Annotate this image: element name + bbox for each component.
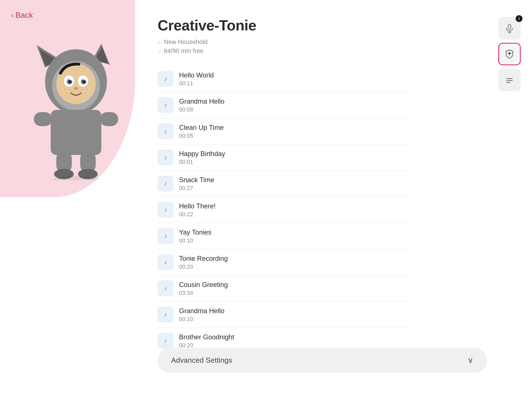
chevron-down-icon: ∨: [468, 356, 473, 365]
time-row: ○ 84/90 min free: [158, 47, 487, 55]
household-label: New Household: [164, 38, 207, 46]
music-note-icon: ♪: [164, 128, 167, 135]
list-button[interactable]: [498, 69, 521, 91]
track-item[interactable]: ♪ Snack Time 00:27: [158, 171, 411, 197]
mic-icon: [504, 23, 515, 33]
mic-button[interactable]: i: [498, 17, 521, 39]
advanced-settings[interactable]: Advanced Settings ∨: [158, 348, 487, 373]
music-note-icon: ♪: [164, 206, 167, 213]
track-thumbnail: ♪: [158, 176, 173, 191]
track-name: Hello There!: [179, 202, 216, 210]
track-item[interactable]: ♪ Tonie Recording 00:20: [158, 249, 411, 275]
track-info: Snack Time 00:27: [179, 176, 214, 191]
mic-badge: i: [516, 15, 522, 22]
track-item[interactable]: ♪ Clean Up Time 00:05: [158, 118, 411, 144]
meta-info: ⌂ New Household ○ 84/90 min free: [158, 38, 487, 55]
track-thumbnail: ♪: [158, 280, 173, 296]
track-item[interactable]: ♪ Hello World 00:11: [158, 66, 411, 92]
svg-rect-24: [508, 24, 511, 29]
chevron-left-icon: ‹: [11, 11, 14, 20]
track-duration: 00:05: [179, 133, 224, 139]
track-thumbnail: ♪: [158, 71, 173, 87]
track-name: Hello World: [179, 71, 214, 79]
svg-point-14: [82, 80, 86, 83]
track-duration: 00:01: [179, 159, 225, 165]
track-info: Yay Tonies 00:10: [179, 228, 211, 244]
household-row: ⌂ New Household: [158, 38, 487, 46]
music-note-icon: ♪: [164, 154, 167, 161]
upload-icon: [504, 49, 515, 59]
tonie-figure: [23, 23, 129, 180]
track-info: Tonie Recording 00:20: [179, 255, 228, 270]
track-name: Happy Birthday: [179, 150, 225, 158]
track-name: Brother Goodnight: [179, 333, 234, 341]
track-name: Tonie Recording: [179, 255, 228, 262]
svg-point-13: [68, 80, 71, 83]
track-list: ♪ Hello World 00:11 ♪ Grandma Hello 00:0…: [158, 66, 411, 354]
list-icon: [504, 75, 515, 85]
track-duration: 00:20: [179, 264, 228, 270]
music-note-icon: ♪: [164, 180, 167, 187]
track-duration: 00:08: [179, 106, 224, 113]
track-name: Clean Up Time: [179, 124, 224, 132]
music-note-icon: ♪: [164, 259, 167, 266]
main-content: Creative-Tonie ⌂ New Household ○ 84/90 m…: [158, 17, 487, 354]
track-info: Hello World 00:11: [179, 71, 214, 87]
track-duration: 03:34: [179, 290, 228, 296]
track-name: Snack Time: [179, 176, 214, 184]
track-info: Clean Up Time 00:05: [179, 124, 224, 139]
track-info: Grandma Hello 00:08: [179, 97, 224, 113]
track-thumbnail: ♪: [158, 202, 173, 218]
music-note-icon: ♪: [164, 285, 167, 292]
tonie-character: [28, 34, 124, 180]
track-info: Hello There! 00:22: [179, 202, 216, 218]
track-name: Yay Tonies: [179, 228, 211, 236]
track-name: Cousin Greeting: [179, 281, 228, 289]
track-thumbnail: ♪: [158, 254, 173, 270]
track-duration: 00:22: [179, 211, 216, 218]
music-note-icon: ♪: [164, 101, 167, 109]
track-info: Brother Goodnight 00:20: [179, 333, 234, 349]
track-duration: 00:11: [179, 80, 214, 87]
track-duration: 00:27: [179, 185, 214, 191]
track-item[interactable]: ♪ Hello There! 00:22: [158, 197, 411, 223]
track-item[interactable]: ♪ Happy Birthday 00:01: [158, 144, 411, 171]
track-duration: 00:10: [179, 316, 224, 322]
svg-point-15: [74, 87, 78, 90]
track-item[interactable]: ♪ Cousin Greeting 03:34: [158, 275, 411, 302]
music-note-icon: ♪: [164, 75, 167, 83]
clock-icon: ○: [158, 48, 161, 54]
track-name: Grandma Hello: [179, 97, 224, 105]
track-info: Grandma Hello 00:10: [179, 307, 224, 322]
home-icon: ⌂: [158, 39, 161, 45]
advanced-settings-label: Advanced Settings: [171, 356, 232, 365]
right-sidebar: i: [498, 17, 521, 91]
track-info: Cousin Greeting 03:34: [179, 281, 228, 296]
track-duration: 00:10: [179, 237, 211, 244]
track-item[interactable]: ♪ Yay Tonies 00:10: [158, 223, 411, 249]
track-thumbnail: ♪: [158, 307, 173, 322]
music-note-icon: ♪: [164, 337, 167, 344]
back-label: Back: [15, 11, 33, 20]
time-free-label: 84/90 min free: [164, 47, 204, 55]
music-note-icon: ♪: [164, 311, 167, 318]
track-name: Grandma Hello: [179, 307, 224, 315]
back-button[interactable]: ‹ Back: [11, 11, 33, 20]
track-thumbnail: ♪: [158, 228, 173, 244]
svg-rect-17: [34, 112, 52, 126]
track-item[interactable]: ♪ Grandma Hello 00:08: [158, 92, 411, 118]
svg-rect-18: [100, 112, 118, 126]
track-thumbnail: ♪: [158, 97, 173, 113]
page-title: Creative-Tonie: [158, 17, 487, 34]
track-thumbnail: ♪: [158, 123, 173, 139]
track-info: Happy Birthday 00:01: [179, 150, 225, 165]
music-note-icon: ♪: [164, 232, 167, 240]
track-thumbnail: ♪: [158, 150, 173, 165]
svg-rect-16: [51, 110, 101, 155]
upload-button[interactable]: [498, 43, 521, 65]
track-thumbnail: ♪: [158, 333, 173, 349]
track-item[interactable]: ♪ Grandma Hello 00:10: [158, 302, 411, 328]
